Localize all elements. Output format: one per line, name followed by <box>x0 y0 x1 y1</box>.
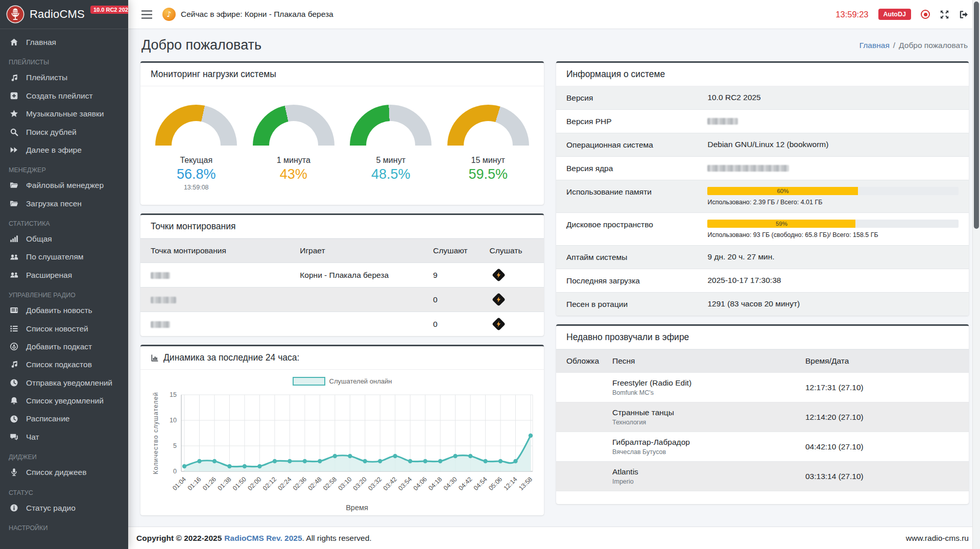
gauge-arc <box>253 105 334 146</box>
song-title: Atlantis <box>612 467 805 476</box>
sidebar-item-label: Главная <box>26 37 56 47</box>
load-gauge: Текущая 56.8% 13:59:08 <box>148 105 245 192</box>
sidebar-item[interactable]: Статус радио <box>5 499 123 517</box>
gauge-timestamp: 13:59:08 <box>148 184 245 192</box>
progress-bar: 59% <box>707 220 959 228</box>
sidebar-item-label: Добавить новость <box>26 305 92 315</box>
now-playing-text: Сейчас в эфире: Корни - Плакала береза <box>181 10 333 19</box>
censored-mount-name <box>151 321 170 328</box>
system-info-label: Последняя загрузка <box>566 276 707 285</box>
svg-text:5: 5 <box>173 442 177 449</box>
sidebar-item[interactable]: Отправка уведомлений <box>5 374 123 392</box>
svg-text:10: 10 <box>170 417 177 424</box>
system-info-value: 2025-10-17 17:30:38 <box>707 276 959 285</box>
sidebar-item[interactable]: Музыкальные заявки <box>5 105 123 123</box>
sidebar-item[interactable]: Общая <box>5 230 123 248</box>
sidebar-item-label: По слушателям <box>26 252 83 261</box>
list-icon <box>9 324 19 333</box>
gauge-label: 1 минута <box>245 156 343 165</box>
progress-note: Использовано: 2.39 ГБ / Всего: 4.01 ГБ <box>707 199 959 206</box>
main-area: ♪ Сейчас в эфире: Корни - Плакала береза… <box>128 0 980 549</box>
sidebar-item[interactable]: Плейлисты <box>5 68 123 86</box>
system-info-value: 60% Использовано: 2.39 ГБ / Всего: 4.01 … <box>707 187 959 206</box>
recent-column-header: Время/Дата <box>805 356 959 366</box>
sidebar-item[interactable]: Расширеная <box>5 266 123 284</box>
sidebar-item[interactable]: Чат <box>5 428 123 446</box>
winamp-listen-icon[interactable] <box>492 268 506 282</box>
svg-text:02:24: 02:24 <box>276 475 293 492</box>
winamp-listen-icon[interactable] <box>492 293 506 306</box>
sidebar-item-label: Статус радио <box>26 503 76 513</box>
censored-mount-name <box>151 297 176 303</box>
sidebar-item[interactable]: Создать плейлист <box>5 87 123 105</box>
song-time: 04:42:10 (27.10) <box>805 442 959 451</box>
censored-value <box>707 165 789 172</box>
right-column: Информация о системе Версия 10.0 RC2 202… <box>556 61 969 504</box>
comments-icon <box>9 433 19 441</box>
progress-bar: 60% <box>707 187 959 195</box>
svg-text:03:42: 03:42 <box>382 475 398 492</box>
system-info-card-title: Информация о системе <box>556 63 969 86</box>
info-circle-icon <box>9 504 19 512</box>
mount-listeners: 0 <box>423 312 480 337</box>
svg-text:03:20: 03:20 <box>352 475 368 492</box>
radiocms-logo-icon <box>6 5 25 23</box>
sidebar-item[interactable]: Список новостей <box>5 320 123 338</box>
logout-icon[interactable] <box>959 10 969 19</box>
breadcrumb-current: Добро пожаловать <box>899 41 968 50</box>
version-badge: 10.0 RC2 2025 <box>90 6 128 14</box>
sidebar-item[interactable]: Далее в эфире <box>5 141 123 159</box>
system-info-label: Использование памяти <box>566 187 707 197</box>
sidebar-item[interactable]: Главная <box>5 33 123 51</box>
load-gauge: 15 минут 59.5% <box>440 105 537 192</box>
breadcrumb-home-link[interactable]: Главная <box>859 41 890 50</box>
system-info-value: Debian GNU/Linux 12 (bookworm) <box>707 140 959 149</box>
autodj-badge[interactable]: AutoDJ <box>878 9 911 20</box>
star-icon <box>9 109 19 118</box>
sidebar-item[interactable]: Список подкастов <box>5 355 123 373</box>
radiocms-footer-link[interactable]: RadioCMS Rev. 2025 <box>224 534 302 542</box>
app-root: RadioCMS 10.0 RC2 2025 ГлавнаяПЛЕЙЛИСТЫП… <box>0 0 980 549</box>
fullscreen-icon[interactable] <box>940 10 949 19</box>
sidebar-item[interactable]: Список диджеев <box>5 463 123 481</box>
page-scrollbar[interactable] <box>972 0 980 549</box>
podcast-icon <box>9 342 19 351</box>
system-info-value: 10.0 RC2 2025 <box>707 93 959 102</box>
topbar: ♪ Сейчас в эфире: Корни - Плакала береза… <box>128 0 980 29</box>
sidebar-item-label: Отправка уведомлений <box>26 378 112 388</box>
mounts-column-header: Точка монтирования <box>140 239 290 263</box>
brand[interactable]: RadioCMS 10.0 RC2 2025 <box>0 0 128 29</box>
svg-text:04:18: 04:18 <box>427 475 443 492</box>
recent-song-row: Странные танцы Технология 12:14:20 (27.1… <box>556 402 969 432</box>
sidebar-item[interactable]: Добавить подкаст <box>5 338 123 355</box>
sidebar-item[interactable]: Расписание <box>5 410 123 427</box>
columns: Мониторинг нагрузки системы Текущая 56.8… <box>140 61 969 515</box>
svg-text:04:06: 04:06 <box>412 475 428 492</box>
bell-icon <box>9 396 19 405</box>
mounts-column-header: Слушают <box>423 239 480 263</box>
song-title: Гибралтар-Лабрадор <box>612 438 805 447</box>
song-artist: Вячеслав Бутусов <box>612 448 805 456</box>
sidebar-item[interactable]: Список уведомлений <box>5 392 123 410</box>
system-info-card: Информация о системе Версия 10.0 RC2 202… <box>556 61 969 316</box>
gauge-value: 48.5% <box>342 166 440 182</box>
winamp-listen-icon[interactable] <box>492 317 506 331</box>
sidebar-item[interactable]: Загрузка песен <box>5 195 123 212</box>
scrollbar-thumb[interactable] <box>974 2 979 229</box>
users-icon <box>9 253 19 261</box>
listeners-chart-body: Слушателей онлайн 05101501:0401:1601:260… <box>140 370 544 515</box>
forward-icon <box>9 146 19 154</box>
sidebar-item[interactable]: Добавить новость <box>5 301 123 319</box>
hamburger-menu-icon[interactable] <box>140 8 153 21</box>
recently-played-header: ОбложкаПесняВремя/Дата <box>556 349 969 372</box>
recent-song-row: Гибралтар-Лабрадор Вячеслав Бутусов 04:4… <box>556 432 969 461</box>
svg-text:02:48: 02:48 <box>306 475 323 492</box>
recent-column-header: Песня <box>612 356 805 366</box>
sidebar-item[interactable]: Поиск дублей <box>5 123 123 141</box>
record-icon[interactable] <box>921 10 930 19</box>
mount-playing <box>290 312 423 337</box>
sidebar-item[interactable]: По слушателям <box>5 248 123 266</box>
sidebar-item-label: Загрузка песен <box>26 199 82 208</box>
sidebar-item[interactable]: Файловый менеджер <box>5 176 123 194</box>
svg-text:01:26: 01:26 <box>201 475 218 492</box>
